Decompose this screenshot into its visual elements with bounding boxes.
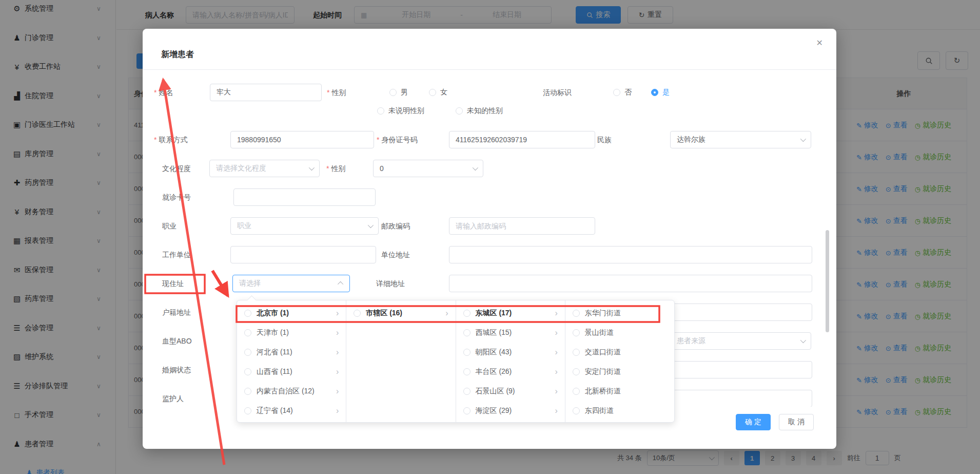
visit-card-input[interactable] (233, 188, 376, 206)
contact-label: *联系方式 (154, 131, 187, 148)
cascader-district-column: 东城区 (17)› 西城区 (15)› 朝阳区 (43)› 丰台区 (26)› … (456, 300, 565, 422)
idcard-label: *身份证号码 (377, 131, 417, 148)
chevron-down-icon (368, 222, 374, 228)
work-unit-input[interactable] (230, 246, 376, 263)
gender-radio-unstated[interactable]: 未说明性别 (377, 102, 424, 120)
idcard-input[interactable] (449, 131, 595, 148)
marital-status-label: 婚姻状态 (162, 361, 191, 378)
radio-icon (463, 407, 471, 414)
radio-icon (573, 310, 580, 317)
cascader-option-fengtai[interactable]: 丰台区 (26)› (456, 362, 565, 382)
cascader-option-haidian[interactable]: 海淀区 (29)› (456, 401, 565, 421)
active-radio-no[interactable]: 否 (613, 84, 632, 101)
occupation-select[interactable]: 职业 (230, 217, 379, 235)
gender-radio-unknown[interactable]: 未知的性别 (456, 102, 503, 120)
chevron-up-icon (338, 281, 343, 287)
chevron-right-icon: › (555, 387, 557, 396)
radio-icon (354, 310, 361, 317)
cascader-city-column: 市辖区 (16)› (346, 300, 456, 422)
chevron-right-icon: › (555, 406, 557, 415)
gender-radio-male[interactable]: 男 (389, 84, 408, 101)
postal-code-input[interactable] (449, 217, 595, 235)
gender-code-select[interactable]: 0 (373, 160, 483, 177)
cascader-option-beixinqiao[interactable]: 北新桥街道 (565, 382, 674, 401)
chevron-right-icon: › (336, 406, 339, 415)
occupation-label: 职业 (162, 217, 177, 235)
chevron-down-icon (800, 337, 806, 343)
radio-icon (244, 368, 251, 375)
blood-type-label: 血型ABO (162, 332, 192, 350)
cascader-option-donghuamen[interactable]: 东华门街道 (565, 304, 674, 323)
gender-radio-female[interactable]: 女 (429, 84, 447, 101)
active-radio-yes[interactable]: 是 (651, 84, 670, 101)
cascader-option-shijingshan[interactable]: 石景山区 (9)› (456, 382, 565, 401)
radio-icon (573, 388, 580, 395)
guardian-label: 监护人 (162, 390, 184, 407)
radio-icon (463, 349, 471, 356)
radio-icon (244, 407, 251, 414)
cascader-street-column: 东华门街道 景山街道 交道口街道 安定门街道 北新桥街道 东四街道 (565, 300, 674, 422)
cascader-option-dongcheng[interactable]: 东城区 (17)› (456, 304, 565, 323)
confirm-button[interactable]: 确 定 (736, 414, 771, 430)
radio-icon (429, 89, 436, 96)
radio-icon (573, 349, 580, 356)
cascader-option-liaoning[interactable]: 辽宁省 (14)› (237, 401, 346, 421)
cascader-option-xicheng[interactable]: 西城区 (15)› (456, 323, 565, 343)
radio-icon (244, 349, 251, 356)
unit-address-label: 单位地址 (381, 246, 410, 263)
current-address-cascader[interactable]: 请选择 (232, 275, 350, 292)
radio-icon (463, 388, 471, 395)
radio-icon (573, 329, 580, 336)
unit-address-input[interactable] (449, 246, 812, 263)
household-address-label: 户籍地址 (162, 304, 191, 321)
radio-icon (244, 310, 251, 317)
gender-label: *性别 (327, 84, 346, 101)
radio-icon (463, 368, 471, 375)
gender-code-label: *性别 (326, 160, 345, 177)
cancel-button[interactable]: 取 消 (779, 414, 814, 430)
cascader-option-hebei[interactable]: 河北省 (11)› (237, 343, 346, 362)
cascader-option-jiaodaokou[interactable]: 交道口街道 (565, 343, 674, 362)
postal-code-label: 邮政编码 (381, 217, 410, 235)
radio-icon (613, 89, 620, 96)
chevron-down-icon (473, 165, 478, 170)
active-flag-label: 活动标识 (543, 84, 572, 101)
cascader-option-andingmen[interactable]: 安定门街道 (565, 362, 674, 382)
visit-card-label: 就诊卡号 (162, 188, 191, 206)
chevron-down-icon (309, 165, 315, 170)
radio-icon (651, 89, 658, 96)
radio-icon (463, 329, 471, 336)
radio-icon (463, 310, 471, 317)
chevron-right-icon: › (555, 328, 557, 337)
name-input[interactable] (210, 84, 322, 101)
education-select[interactable]: 请选择文化程度 (209, 160, 320, 177)
modal-scrollbar[interactable] (826, 230, 829, 332)
cascader-option-tianjin[interactable]: 天津市 (1)› (237, 323, 346, 343)
cascader-option-beijing[interactable]: 北京市 (1)› (237, 304, 346, 323)
cascader-option-chaoyang[interactable]: 朝阳区 (43)› (456, 343, 565, 362)
contact-input[interactable] (230, 131, 374, 148)
cascader-province-column: 北京市 (1)› 天津市 (1)› 河北省 (11)› 山西省 (11)› 内蒙… (237, 300, 346, 422)
radio-icon (244, 329, 251, 336)
cascader-option-shixiaqu[interactable]: 市辖区 (16)› (346, 304, 455, 323)
cascader-option-shanxi[interactable]: 山西省 (11)› (237, 362, 346, 382)
chevron-right-icon: › (555, 367, 557, 376)
ethnicity-select[interactable]: 达斡尔族 (670, 131, 811, 148)
chevron-right-icon: › (555, 348, 557, 357)
education-label: 文化程度 (162, 160, 191, 177)
current-address-label: 现住址 (162, 275, 184, 292)
address-cascader-dropdown: 北京市 (1)› 天津市 (1)› 河北省 (11)› 山西省 (11)› 内蒙… (237, 300, 675, 423)
cascader-option-neimenggu[interactable]: 内蒙古自治区 (12)› (237, 382, 346, 401)
radio-icon (456, 107, 463, 115)
radio-icon (389, 89, 397, 96)
radio-icon (377, 107, 384, 115)
chevron-right-icon: › (336, 309, 339, 318)
ethnicity-label: 民族 (597, 131, 612, 148)
patient-source-select[interactable]: 患者来源 (670, 332, 811, 350)
chevron-right-icon: › (336, 387, 339, 396)
cascader-option-dongsi[interactable]: 东四街道 (565, 401, 674, 421)
cascader-option-jingshan[interactable]: 景山街道 (565, 323, 674, 343)
detail-address-input[interactable] (449, 275, 812, 292)
chevron-down-icon (800, 136, 806, 142)
detail-address-label: 详细地址 (376, 275, 405, 292)
